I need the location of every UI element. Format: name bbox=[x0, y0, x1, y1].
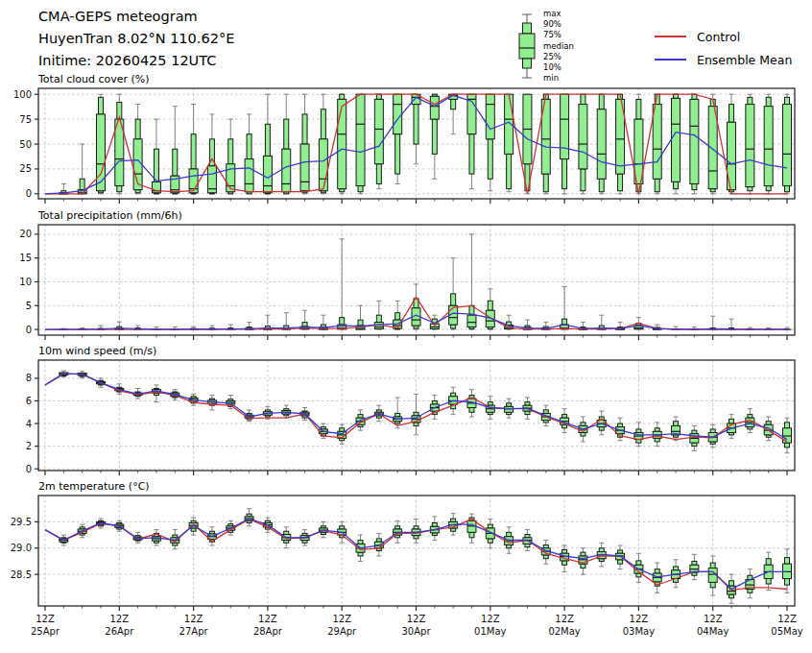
x-tick-label-hour: 12Z bbox=[630, 614, 649, 624]
panel-4: 28.529.029.52m temperature (°C) bbox=[11, 480, 795, 611]
box-plot bbox=[394, 94, 402, 183]
box-plot bbox=[374, 533, 383, 556]
x-tick-label-hour: 12Z bbox=[110, 614, 130, 624]
y-tick-label: 100 bbox=[13, 89, 32, 100]
box-plot bbox=[690, 425, 699, 450]
x-tick-label-date: 02May bbox=[548, 626, 580, 637]
box-plot bbox=[653, 563, 661, 593]
x-tick-label-date: 28Apr bbox=[253, 626, 283, 637]
box-plot bbox=[746, 569, 754, 598]
x-tick-label-hour: 12Z bbox=[777, 614, 797, 624]
x-tick-label-hour: 12Z bbox=[332, 614, 351, 624]
box-plot bbox=[616, 545, 625, 569]
box-plot bbox=[263, 315, 272, 329]
y-tick-label: 2 bbox=[26, 441, 32, 451]
box-plot bbox=[133, 105, 142, 194]
panel-1: 0255075100Total cloud cover (%) bbox=[13, 73, 795, 204]
panel-title: Total precipitation (mm/6h) bbox=[37, 209, 182, 222]
box-plot bbox=[300, 94, 309, 194]
box-plot bbox=[245, 114, 253, 194]
box-plot bbox=[412, 520, 420, 544]
panel-title: Total cloud cover (%) bbox=[37, 73, 150, 85]
box-plot bbox=[356, 94, 365, 194]
box-plot bbox=[764, 94, 773, 194]
box-plot bbox=[746, 94, 754, 194]
box-plot bbox=[282, 313, 291, 329]
box-plot bbox=[708, 556, 717, 595]
x-tick-label-date: 04May bbox=[697, 626, 728, 637]
box-plot bbox=[467, 94, 476, 188]
x-tick-label-hour: 12Z bbox=[258, 614, 277, 624]
box-plot bbox=[783, 549, 792, 593]
box-plot bbox=[319, 94, 327, 194]
box-plot bbox=[449, 258, 458, 329]
box-plot bbox=[338, 239, 346, 329]
x-tick-label-date: 26Apr bbox=[105, 626, 134, 637]
x-tick-label-hour: 12Z bbox=[704, 614, 723, 624]
box-plot bbox=[152, 119, 160, 194]
panel-2: 05101520Total precipitation (mm/6h) bbox=[19, 209, 795, 340]
box-plot bbox=[486, 289, 494, 329]
box-plot bbox=[634, 553, 643, 582]
box-plot bbox=[467, 514, 476, 543]
box-plot bbox=[430, 94, 439, 179]
box-plot bbox=[449, 94, 458, 133]
box-plot bbox=[672, 417, 681, 441]
y-tick-label: 25 bbox=[19, 163, 32, 174]
x-tick-label-date: 25Apr bbox=[31, 626, 60, 637]
y-tick-label: 8 bbox=[26, 373, 32, 383]
box-plot bbox=[561, 94, 569, 194]
box-plot bbox=[783, 94, 792, 194]
box-plot bbox=[207, 114, 216, 194]
box-plot bbox=[505, 315, 513, 329]
x-tick-label-date: 03May bbox=[623, 626, 655, 637]
box-plot bbox=[115, 94, 124, 194]
box-plot bbox=[708, 316, 717, 329]
y-tick-label: 15 bbox=[19, 253, 32, 263]
y-tick-label: 28.5 bbox=[11, 569, 32, 580]
box-plot bbox=[189, 518, 198, 535]
box-plot bbox=[561, 286, 569, 329]
box-plot bbox=[227, 119, 235, 194]
x-tick-label-date: 27Apr bbox=[179, 626, 209, 637]
meteogram-chart: 0255075100Total cloud cover (%)05101520T… bbox=[0, 0, 812, 653]
y-tick-label: 5 bbox=[26, 301, 32, 311]
y-tick-label: 6 bbox=[26, 396, 32, 406]
box-plot bbox=[728, 319, 736, 329]
x-tick-label-date: 29Apr bbox=[327, 626, 357, 637]
x-tick-label-hour: 12Z bbox=[555, 614, 574, 624]
y-tick-label: 10 bbox=[19, 277, 32, 287]
panel-title: 2m temperature (°C) bbox=[38, 480, 150, 493]
box-plot bbox=[486, 94, 494, 190]
y-tick-label: 29.5 bbox=[11, 517, 32, 527]
box-plot bbox=[708, 94, 717, 194]
box-plot bbox=[245, 509, 253, 526]
y-tick-label: 4 bbox=[26, 419, 32, 429]
x-tick-label-hour: 12Z bbox=[36, 614, 55, 624]
box-plot bbox=[412, 284, 420, 329]
y-tick-label: 0 bbox=[26, 464, 32, 474]
box-plot bbox=[412, 394, 420, 434]
box-plot bbox=[579, 94, 587, 194]
x-tick-label-date: 01May bbox=[474, 626, 506, 637]
box-plot bbox=[338, 94, 346, 194]
y-tick-label: 0 bbox=[26, 188, 32, 199]
x-tick-label-hour: 12Z bbox=[184, 614, 203, 624]
x-tick-label-hour: 12Z bbox=[407, 614, 426, 624]
box-plot bbox=[189, 105, 198, 194]
box-plot bbox=[690, 94, 699, 194]
x-tick-label-date: 05May bbox=[771, 626, 802, 637]
box-plot bbox=[672, 94, 681, 194]
box-plot bbox=[690, 554, 699, 579]
y-tick-label: 20 bbox=[19, 229, 32, 239]
meteogram-page: CMA-GEPS meteogram HuyenTran 8.02°N 110.… bbox=[0, 0, 812, 653]
box-plot bbox=[597, 94, 606, 194]
box-plot bbox=[152, 385, 160, 402]
x-tick-label-hour: 12Z bbox=[481, 614, 500, 624]
y-tick-label: 0 bbox=[26, 325, 32, 335]
y-tick-label: 50 bbox=[19, 139, 32, 150]
box-plot bbox=[597, 315, 606, 329]
y-tick-label: 29.0 bbox=[11, 543, 32, 553]
panel-3: 0246810m wind speed (m/s) bbox=[26, 345, 795, 475]
y-tick-label: 75 bbox=[19, 114, 32, 125]
